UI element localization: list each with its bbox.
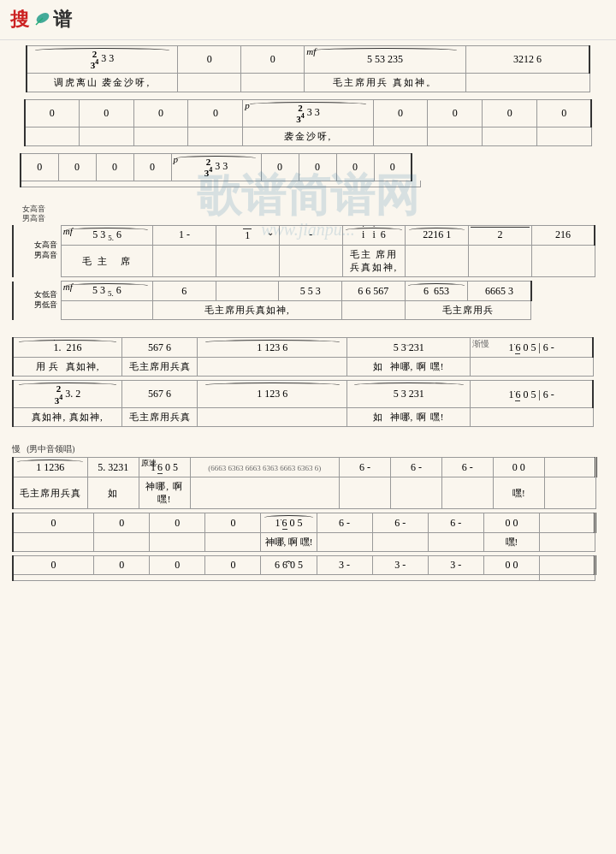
end-bar <box>420 181 604 187</box>
note-cell: ⌄ 1 <box>216 225 279 245</box>
note-value: 6665 3 <box>485 285 513 297</box>
note-cell: 1 123 6 <box>197 338 347 358</box>
note-cell: 0 <box>13 513 94 533</box>
lyric-row: 真如神, 真如神, 毛主席用兵真 如 神哪, 啊 嘿! <box>13 408 604 427</box>
lyric-cell <box>483 127 537 145</box>
note-cell: 6 653 <box>405 282 468 301</box>
note-cell: 0 <box>150 556 205 575</box>
note-cell: 0 <box>241 46 305 74</box>
gap <box>12 320 604 337</box>
header: 搜 谱 <box>0 0 616 40</box>
note-cell: 567 6 <box>122 381 198 408</box>
lyric-cell: 毛主席用兵真 <box>13 477 87 509</box>
note-cell: 6 6 567 <box>342 282 406 301</box>
note-cell: 234 3 3 <box>27 46 178 74</box>
note-cell: 0 <box>58 153 96 181</box>
note-cell: mf 5 53 235 <box>305 46 466 74</box>
label-female-high: 女高音 <box>12 205 45 214</box>
lyric-cell <box>406 246 469 277</box>
lyric-cell <box>94 533 150 552</box>
section4-high-table: 女高音 男高音 mf 5 3 5. 6 1 - ⌄ 1 <box>12 225 604 277</box>
lyric-cell: 毛主席用兵 <box>405 301 530 320</box>
slur-mark: ⌣ <box>406 340 412 350</box>
note-cell: 0 <box>96 153 133 181</box>
lyric-cell: 用 兵 真如神, <box>13 358 122 377</box>
table-row: 1 1236 5. 3231 原速 1·6 0 5 (6663 6363 666… <box>13 458 603 477</box>
lyric-cell <box>133 127 188 145</box>
note-cell: 0 <box>537 99 592 127</box>
lyric-row <box>12 181 604 187</box>
note-cell: 0 <box>205 513 261 533</box>
lyric-cell: 毛主席用兵真 <box>122 358 198 377</box>
lyric-cell <box>593 408 604 427</box>
end-bar <box>593 381 604 408</box>
section-3: 0 0 0 0 p 234 3 3 0 0 <box>12 153 604 187</box>
lyric-cell: 毛主席用兵 真如神。 <box>305 73 466 92</box>
lyric-cell <box>188 127 243 145</box>
note-cell: 1 123 6 <box>197 381 347 408</box>
note-value: 6 - <box>394 517 406 529</box>
note-value: 234 3 3 <box>204 160 228 172</box>
note-cell: ·i ·i 6 <box>342 225 406 245</box>
lyric-row: 毛主席用兵真 如 神哪, 啊 嘿! 嘿! <box>13 477 603 509</box>
note-cell <box>539 556 595 575</box>
note-value: 3 - <box>394 559 406 571</box>
note-cell: 0 <box>133 153 171 181</box>
lyric-row: 毛主席用兵真如神, 毛主席用兵 <box>13 301 603 320</box>
section-2: 0 0 0 0 p 234 3 3 0 0 <box>12 99 604 146</box>
note-cell: 5. 3231 <box>87 458 139 477</box>
lyric-cell <box>216 246 279 277</box>
ritard-mark: 渐慢 <box>472 338 489 350</box>
lyric-cell <box>342 301 406 320</box>
note-cell: 6665 3 <box>468 282 531 301</box>
note-cell: 1 1236 <box>13 458 87 477</box>
note-cell: 3 - <box>428 556 483 575</box>
note-value: 0 0 <box>505 559 518 571</box>
note-value: 1 123 6 <box>257 388 287 400</box>
note-cell: 𝄐 6 6 0 5 <box>261 556 317 575</box>
note-cell: 6 - <box>372 513 428 533</box>
lyric-cell <box>465 73 589 92</box>
note-value: 216 <box>555 228 571 240</box>
lyric-cell <box>178 73 241 92</box>
table-row: 234 3 3 0 0 mf 5 53 235 3212 6 <box>12 46 604 74</box>
lyric-cell <box>339 477 390 509</box>
lyric-cell <box>428 533 483 552</box>
lyric-cell <box>531 301 595 320</box>
lower-part: 女低音 男低音 mf 5 3 5. 6 6 5 5 3 6 6 5 <box>12 281 604 320</box>
lyric-cell <box>153 246 216 277</box>
lyric-cell: 袭金沙呀, <box>243 127 373 145</box>
note-cell: 0 0 <box>483 513 539 533</box>
logo-search: 搜 <box>10 7 29 33</box>
section6-high-table: 1 1236 5. 3231 原速 1·6 0 5 (6663 6363 666… <box>12 457 604 509</box>
lyric-cell <box>589 73 604 92</box>
note-value: 6 <box>181 285 187 297</box>
section1-table: 234 3 3 0 0 mf 5 53 235 3212 6 <box>12 45 604 92</box>
note-value: 2 <box>497 228 502 240</box>
label-male-tenor: 男高音 <box>12 214 45 223</box>
bracket <box>12 153 21 187</box>
lyric-cell <box>13 575 539 581</box>
note-value: 1 <box>243 229 252 241</box>
score-content: 234 3 3 0 0 mf 5 53 235 3212 6 <box>0 40 616 593</box>
note-cell: 原速 1·6 0 5 <box>139 458 190 477</box>
note-cell: 234 3. 2 <box>13 381 122 408</box>
lyric-cell <box>317 533 372 552</box>
lyric-cell: 如 神哪, 啊 嘿! <box>347 408 471 427</box>
tie-mark: ⌄ <box>267 228 274 237</box>
note-cell: 2 <box>469 225 532 245</box>
lyric-cell <box>441 477 493 509</box>
lyric-cell <box>544 477 595 509</box>
note-value: 5. 3231 <box>98 461 128 473</box>
note-value: 6 - <box>450 517 461 529</box>
gap <box>12 187 604 205</box>
annotation-solo: (男中音领唱) <box>27 445 74 454</box>
dynamic-mf: mf <box>306 46 316 56</box>
end-bar <box>595 513 603 533</box>
note-value: 6 - <box>411 461 422 473</box>
lyric-cell <box>279 246 342 277</box>
lyric-cell <box>13 533 94 552</box>
note-value: 567 6 <box>148 341 171 353</box>
dynamic-p: p <box>245 100 250 110</box>
part-label-cell: 女低音 男低音 <box>13 282 61 320</box>
